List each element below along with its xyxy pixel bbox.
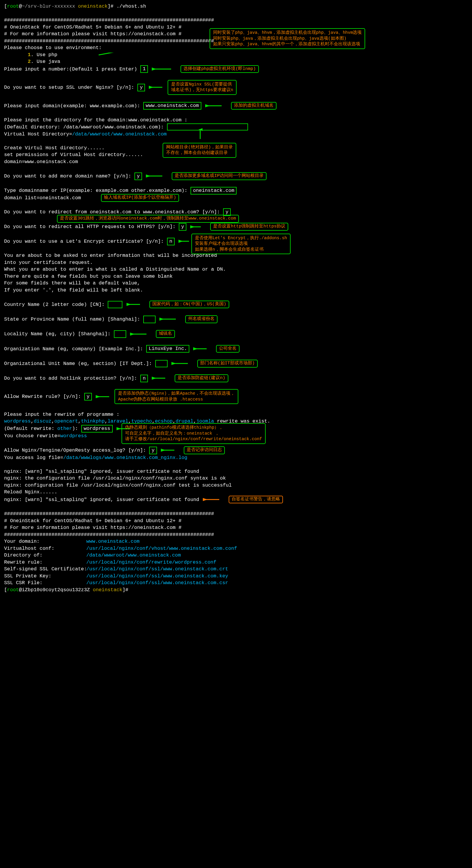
dir-prompt: Please input the directory for the domai… bbox=[4, 117, 468, 124]
ps1-cwd: oneinstack bbox=[93, 587, 123, 593]
annotation-directory: 网站根目录(绝对路径)，如果目录 不存在，脚本会自动创建该目录 bbox=[163, 143, 236, 158]
hotlink-prompt: Do you want to add hotlink protection? [… bbox=[4, 374, 468, 382]
arrow-icon bbox=[159, 317, 177, 321]
input-domain[interactable]: www.oneinstack.com bbox=[143, 102, 201, 110]
banner-line: # OneinStack for CentOS/Radhat 5+ Debian… bbox=[4, 518, 468, 525]
csr-text: If you enter '.', the field will be left… bbox=[4, 287, 468, 294]
summary-row: Self-signed SSL Certificate:/usr/local/n… bbox=[4, 566, 468, 573]
input-type-domain[interactable]: oneinstack.com bbox=[191, 187, 237, 194]
dir-default: (Default directory: /data/wwwroot/www.on… bbox=[4, 123, 468, 131]
domain-echo-line: domain=www.oneinstack.com bbox=[4, 158, 468, 165]
env-option-2: 2. Use java bbox=[4, 58, 468, 65]
env-prompt: Please choose to use environment: bbox=[4, 44, 468, 52]
annotation-number: 选择创建php虚拟主机环境(即lnmp) bbox=[180, 65, 259, 73]
input-moredomain[interactable]: y bbox=[134, 173, 142, 180]
env-option-1: 1. Use php bbox=[4, 52, 468, 59]
arrow-icon bbox=[127, 302, 141, 307]
accesslog-echo: You access log file=/data/wwwlogs/www.on… bbox=[4, 454, 468, 461]
input-locality[interactable] bbox=[114, 330, 126, 338]
input-https[interactable]: y bbox=[179, 223, 187, 231]
nginx-output: Reload Nginx...... bbox=[4, 489, 468, 496]
csr-text: into your certificate request. bbox=[4, 259, 468, 266]
rewrite-default: (Default rewrite: other): wordpress 伪静态规… bbox=[4, 425, 468, 433]
annotation-moredomain: 是否添加更多域名或IP访问同一个网站根目录 bbox=[172, 172, 267, 180]
arrow-icon bbox=[149, 85, 164, 90]
nginx-output: nginx: the configuration file /usr/local… bbox=[4, 475, 468, 482]
input-letsencrypt[interactable]: n bbox=[167, 238, 175, 245]
ssl-prompt: Do you want to setup SSL under Nginx? [y… bbox=[4, 80, 468, 95]
input-hotlink[interactable]: n bbox=[140, 375, 148, 382]
domain-list-line: domain list=oneinstack.com 输入域名或IP(添加多个以… bbox=[4, 194, 468, 202]
arrow-icon bbox=[99, 53, 207, 57]
input-ssl[interactable]: y bbox=[137, 84, 145, 91]
hash-rule: ########################################… bbox=[4, 17, 468, 24]
input-rewrite-name[interactable]: wordpress bbox=[81, 425, 113, 433]
arrow-icon bbox=[203, 497, 221, 502]
summary-row: Directory of:/data/wwwroot/www.oneinstac… bbox=[4, 552, 468, 559]
annotation-ssl: 是否设置Nginx SSL(需要提供 域名证书)，无https要求建议n bbox=[168, 80, 237, 95]
ps1-host-blurred: ~/srv-blur-xxxxxxx bbox=[22, 3, 75, 9]
csr-text: For some fields there will be a default … bbox=[4, 280, 468, 287]
summary-row: SSL CSR File:/usr/local/nginx/conf/ssl/w… bbox=[4, 580, 468, 587]
ps1-user: root bbox=[7, 587, 19, 593]
summary-row: SSL Private Key:/usr/local/nginx/conf/ss… bbox=[4, 573, 468, 580]
input-directory[interactable] bbox=[167, 123, 248, 130]
number-prompt: Please input a number:(Default 1 press E… bbox=[4, 65, 468, 73]
arrow-icon bbox=[205, 103, 223, 108]
rewrite-prompt: Allow Rewrite rule? [y/n]: y 是否添加伪静态(Ngi… bbox=[4, 389, 468, 404]
input-accesslog[interactable]: y bbox=[149, 446, 157, 454]
input-state[interactable] bbox=[143, 316, 156, 323]
arrow-icon bbox=[198, 127, 203, 142]
csr-text: What you are about to enter is what is c… bbox=[4, 266, 468, 273]
arrow-icon bbox=[96, 394, 110, 399]
arrow-icon bbox=[152, 67, 172, 71]
accesslog-prompt: Allow Nginx/Tengine/OpenResty access_log… bbox=[4, 446, 468, 454]
hash-rule: ########################################… bbox=[4, 531, 468, 538]
ps1-cwd: oneinstack bbox=[78, 3, 108, 9]
hash-rule: ########################################… bbox=[4, 510, 468, 518]
prompt-line-1: [root@~/srv-blur-xxxxxxx oneinstack]# ./… bbox=[4, 3, 468, 10]
create-dir-line: Create Virtul Host directory...... 网站根目录… bbox=[4, 145, 468, 152]
annotation-letsencrypt: 是否使用Let's Encrypt，执行./addons.sh 安装客户端才会出… bbox=[191, 234, 291, 254]
annotation-rewrite: 是否添加伪静态(Nginx)，如果Apache，不会出现该选项， Apache伪… bbox=[114, 389, 238, 404]
arrow-icon bbox=[178, 239, 190, 244]
locality-prompt: Locality Name (eg, city) [Shanghai]: 城镇名 bbox=[4, 330, 468, 338]
prompt-line-2[interactable]: [root@iZbp10o9coyt2qsou132z3Z oneinstack… bbox=[4, 587, 468, 594]
moredomain-prompt: Do you want to add more domain name? [y/… bbox=[4, 172, 468, 180]
annotation-hotlink: 是否添加防盗链(建议n) bbox=[175, 374, 228, 382]
input-ou[interactable] bbox=[155, 360, 168, 368]
arrow-icon bbox=[146, 174, 164, 178]
annotation-ou: 部门名称(如IT部或市场部) bbox=[197, 360, 258, 368]
domain-prompt: Please input domain(example: www.example… bbox=[4, 102, 468, 110]
annotation-org: 公司全名 bbox=[216, 345, 239, 353]
input-number[interactable]: 1 bbox=[140, 65, 148, 73]
annotation-type-domain: 输入域名或IP(添加多个以空格隔开) bbox=[101, 194, 179, 202]
annotation-country: 国家代码，如：CN(中国)，US(美国) bbox=[149, 301, 229, 309]
ou-prompt: Organizational Unit Name (eg, section) [… bbox=[4, 360, 468, 368]
arrow-icon bbox=[193, 346, 208, 351]
input-rewrite[interactable]: y bbox=[84, 393, 92, 401]
ps1-user: root bbox=[7, 3, 19, 9]
annotation-domain: 添加的虚拟主机域名 bbox=[231, 102, 276, 110]
annotation-redirect: 是否设置301跳转，浏览器访问oneinstack.com时，强制跳转至www.… bbox=[57, 215, 239, 223]
country-prompt: Country Name (2 letter code) [CN]: 国家代码，… bbox=[4, 301, 468, 309]
csr-text: There are quite a few fields but you can… bbox=[4, 273, 468, 280]
input-country[interactable] bbox=[108, 301, 123, 309]
arrow-icon bbox=[161, 448, 175, 453]
rewrite-input-prompt: Please input the rewrite of programme : bbox=[4, 411, 468, 418]
annotation-state: 州名或省份名 bbox=[185, 315, 217, 323]
input-org[interactable]: LinuxEye Inc. bbox=[146, 345, 189, 352]
banner-line: # For more information please visit http… bbox=[4, 524, 468, 531]
nginx-output: nginx: [warn] "ssl_stapling" ignored, is… bbox=[4, 468, 468, 475]
annotation-rewrite-name: 伪静态规则（pathinfo模式请选择thinkphp）， 可自定义名字，如自定… bbox=[122, 423, 266, 444]
command-text: ./vhost.sh bbox=[116, 3, 146, 9]
state-prompt: State or Province Name (full name) [Shan… bbox=[4, 315, 468, 323]
type-domain-prompt: Type domainname or IP(example: example.c… bbox=[4, 187, 468, 194]
banner-line: # For more information please visit http… bbox=[4, 31, 468, 38]
https-prompt: Do you want to redirect all HTTP request… bbox=[4, 223, 468, 231]
terminal-output: [root@~/srv-blur-xxxxxxx oneinstack]# ./… bbox=[0, 0, 472, 596]
annotation-locality: 城镇名 bbox=[156, 330, 175, 338]
nginx-output: nginx: configuration file /usr/local/ngi… bbox=[4, 482, 468, 489]
nginx-output: nginx: [warn] "ssl_stapling" ignored, is… bbox=[4, 496, 468, 504]
arrow-icon bbox=[171, 361, 189, 366]
